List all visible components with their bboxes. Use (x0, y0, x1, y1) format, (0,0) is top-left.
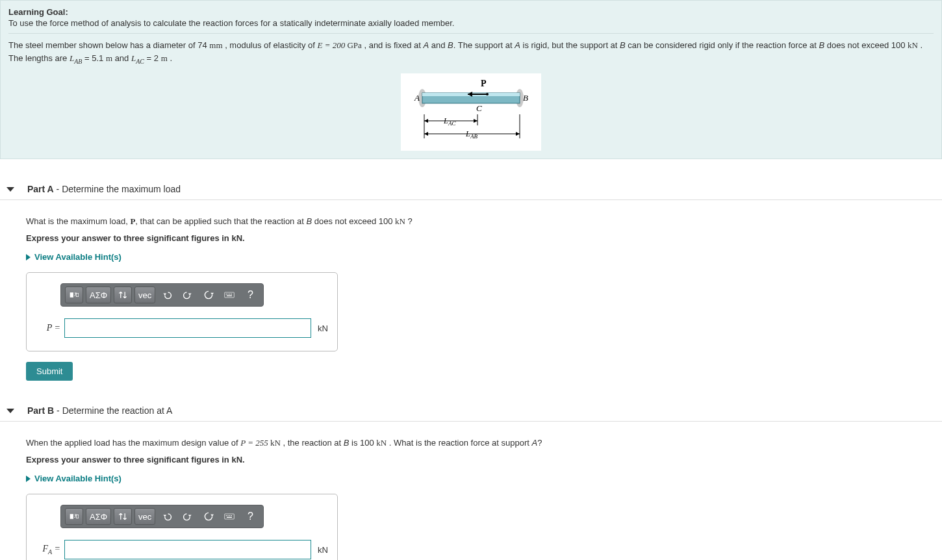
beam-diagram: P A B C LAC (401, 73, 541, 151)
svg-text:A: A (414, 93, 420, 103)
svg-marker-42 (211, 515, 214, 516)
problem-description: The steel member shown below has a diame… (8, 39, 934, 66)
svg-rect-44 (226, 515, 227, 516)
svg-point-7 (486, 93, 489, 95)
svg-marker-41 (188, 515, 192, 517)
svg-marker-22 (516, 132, 520, 136)
vector-button[interactable]: vec (134, 508, 155, 525)
variable-label: FA = (36, 544, 64, 555)
help-icon[interactable]: ? (241, 286, 259, 303)
svg-marker-30 (211, 293, 214, 295)
svg-text:P: P (481, 79, 487, 88)
svg-text:L: L (465, 129, 470, 138)
svg-rect-25 (70, 293, 73, 298)
sub-sup-icon[interactable] (114, 508, 132, 525)
part-a-header[interactable]: Part A - Determine the maximum load (0, 179, 942, 200)
part-b-title: Part B - Determine the reaction at A (27, 405, 172, 416)
part-b-body: When the applied load has the maximum de… (0, 438, 942, 560)
divider (8, 33, 934, 34)
unit-label: kN (318, 324, 328, 333)
answer-input[interactable] (64, 318, 311, 338)
svg-rect-45 (228, 515, 229, 516)
part-b-question: When the applied load has the maximum de… (26, 438, 936, 448)
svg-text:AC: AC (448, 120, 456, 127)
keyboard-icon[interactable] (220, 286, 238, 303)
svg-rect-47 (231, 515, 232, 516)
svg-rect-32 (226, 294, 227, 294)
view-hints-link[interactable]: View Available Hint(s) (26, 474, 936, 483)
keyboard-icon[interactable] (220, 508, 238, 525)
svg-rect-36 (227, 296, 232, 296)
learning-goal-title: Learning Goal: (8, 7, 934, 17)
svg-marker-15 (474, 119, 477, 123)
part-a-question: What is the maximum load, P, that can be… (26, 216, 936, 227)
answer-input[interactable] (64, 540, 311, 559)
part-b-answer-box: x ΑΣΦ vec ? FA = kN (26, 494, 338, 560)
svg-marker-14 (424, 119, 428, 123)
part-a-body: What is the maximum load, P, that can be… (0, 216, 942, 381)
redo-icon[interactable] (179, 508, 197, 525)
redo-icon[interactable] (179, 286, 197, 303)
reset-icon[interactable] (199, 508, 218, 525)
vector-button[interactable]: vec (134, 286, 155, 303)
svg-rect-37 (70, 515, 73, 519)
svg-rect-27 (76, 293, 78, 296)
undo-icon[interactable] (158, 286, 176, 303)
view-hints-link[interactable]: View Available Hint(s) (26, 252, 936, 262)
caret-down-icon (6, 409, 14, 413)
part-b-instruction: Express your answer to three significant… (26, 455, 936, 465)
learning-goal-text: To use the force method of analysis to c… (8, 18, 934, 28)
undo-icon[interactable] (158, 508, 176, 525)
caret-right-icon (26, 254, 31, 261)
svg-rect-34 (229, 294, 230, 294)
svg-text:L: L (443, 116, 448, 125)
learning-goal-box: Learning Goal: To use the force method o… (0, 0, 942, 159)
svg-rect-48 (227, 517, 232, 518)
part-a-instruction: Express your answer to three significant… (26, 233, 936, 243)
part-a-answer-box: x ΑΣΦ vec ? P = kN (26, 272, 338, 351)
variable-label: P = (36, 323, 64, 333)
svg-text:AB: AB (470, 133, 477, 140)
caret-right-icon (26, 476, 31, 482)
svg-text:B: B (523, 93, 528, 103)
help-icon[interactable]: ? (241, 508, 259, 525)
svg-rect-46 (229, 515, 230, 516)
svg-text:C: C (476, 103, 482, 113)
template-icon[interactable]: x (65, 508, 83, 525)
equation-toolbar: x ΑΣΦ vec ? (60, 283, 264, 307)
svg-marker-28 (164, 294, 167, 296)
reset-icon[interactable] (199, 286, 218, 303)
sub-sup-icon[interactable] (114, 286, 132, 303)
greek-letters-button[interactable]: ΑΣΦ (86, 508, 111, 525)
svg-rect-31 (225, 292, 235, 298)
part-b-header[interactable]: Part B - Determine the reaction at A (0, 400, 942, 422)
svg-rect-43 (225, 514, 235, 519)
svg-rect-39 (76, 515, 78, 518)
caret-down-icon (6, 187, 14, 192)
svg-marker-21 (424, 132, 428, 136)
svg-marker-29 (188, 294, 192, 296)
greek-letters-button[interactable]: ΑΣΦ (86, 286, 111, 303)
svg-rect-35 (231, 294, 232, 294)
equation-toolbar: x ΑΣΦ vec ? (60, 505, 264, 528)
svg-rect-33 (228, 294, 229, 294)
template-icon[interactable]: x (65, 286, 83, 303)
part-a-title: Part A - Determine the maximum load (27, 184, 181, 194)
submit-button[interactable]: Submit (26, 362, 73, 381)
unit-label: kN (318, 545, 328, 555)
svg-marker-40 (164, 515, 167, 517)
